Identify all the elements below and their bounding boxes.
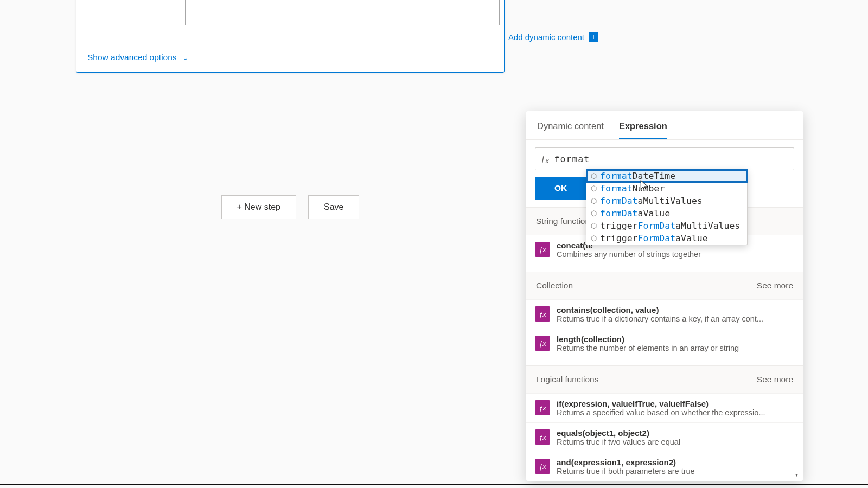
func-and-sig: and(expression1, expression2) <box>557 458 695 467</box>
fx-badge-icon: ƒx <box>535 336 550 351</box>
tab-dynamic-content[interactable]: Dynamic content <box>537 121 604 139</box>
message-body-input[interactable]: Name of the user: Name × Time: <box>185 0 500 25</box>
func-equals[interactable]: ƒx equals(object1, object2) Returns true… <box>526 422 803 452</box>
section-collection-title: Collection <box>536 281 573 291</box>
autocomplete-item[interactable]: ⬡formatNumber <box>586 182 747 195</box>
func-and-desc: Returns true if both parameters are true <box>557 467 695 476</box>
cube-icon: ⬡ <box>591 172 597 180</box>
section-logical-title: Logical functions <box>536 375 598 384</box>
expression-input-row[interactable]: ƒx format <box>535 147 794 170</box>
func-contains[interactable]: ƒx contains(collection, value) Returns t… <box>526 299 803 329</box>
step-bar: + New step Save <box>76 195 505 219</box>
section-logical: Logical functions See more ƒx if(express… <box>526 365 803 481</box>
tab-expression[interactable]: Expression <box>619 121 667 139</box>
func-and[interactable]: ƒx and(expression1, expression2) Returns… <box>526 452 803 481</box>
fx-icon: ƒx <box>541 153 549 165</box>
add-dynamic-content[interactable]: Add dynamic content + <box>185 32 598 42</box>
panel-tabs: Dynamic content Expression <box>526 111 803 140</box>
add-dynamic-label: Add dynamic content <box>508 33 584 42</box>
bottom-divider <box>0 484 868 485</box>
chevron-down-icon: ⌄ <box>182 53 189 62</box>
autocomplete-item[interactable]: ⬡formatDateTime <box>586 170 747 182</box>
cube-icon: ⬡ <box>591 222 597 230</box>
func-if-sig: if(expression, valueIfTrue, valueIfFalse… <box>557 399 765 408</box>
autocomplete-item[interactable]: ⬡triggerFormDataMultiValues <box>586 220 747 232</box>
fx-badge-icon: ƒx <box>535 429 550 445</box>
fx-badge-icon: ƒx <box>535 459 550 474</box>
fx-badge-icon: ƒx <box>535 400 550 415</box>
ok-button[interactable]: OK <box>535 177 586 200</box>
expression-panel: Dynamic content Expression ƒx format OK … <box>526 111 803 481</box>
show-advanced-options[interactable]: Show advanced options ⌄ <box>87 53 493 62</box>
show-advanced-label: Show advanced options <box>87 53 177 62</box>
expression-input[interactable]: format <box>554 154 783 164</box>
fx-badge-icon: ƒx <box>535 306 550 322</box>
cube-icon: ⬡ <box>591 209 597 217</box>
func-contains-desc: Returns true if a dictionary contains a … <box>557 314 763 323</box>
new-step-button[interactable]: + New step <box>221 195 296 219</box>
section-string-title: String functions <box>536 216 594 226</box>
section-collection-more[interactable]: See more <box>757 281 793 291</box>
text-caret <box>788 153 789 164</box>
scroll-down-icon[interactable]: ▾ <box>792 470 801 479</box>
fx-badge-icon: ƒx <box>535 242 550 257</box>
autocomplete-item[interactable]: ⬡formDataMultiValues <box>586 195 747 207</box>
func-length-desc: Returns the number of elements in an arr… <box>557 344 739 352</box>
cube-icon: ⬡ <box>591 184 597 192</box>
func-equals-desc: Returns true if two values are equal <box>557 438 680 446</box>
func-if-desc: Returns a specified value based on wheth… <box>557 408 765 417</box>
func-if[interactable]: ƒx if(expression, valueIfTrue, valueIfFa… <box>526 393 803 422</box>
func-equals-sig: equals(object1, object2) <box>557 428 680 438</box>
section-collection: Collection See more ƒx contains(collecti… <box>526 272 803 358</box>
func-length[interactable]: ƒx length(collection) Returns the number… <box>526 329 803 358</box>
plus-icon: + <box>589 32 598 42</box>
action-card: Name of the user: Name × Time: Add dynam… <box>76 0 505 73</box>
save-button[interactable]: Save <box>308 195 359 219</box>
func-concat-desc: Combines any number of strings together <box>557 250 701 259</box>
cube-icon: ⬡ <box>591 234 597 242</box>
func-length-sig: length(collection) <box>557 335 739 344</box>
autocomplete-item[interactable]: ⬡triggerFormDataValue <box>586 232 747 245</box>
func-contains-sig: contains(collection, value) <box>557 305 763 314</box>
autocomplete-dropdown[interactable]: ⬡formatDateTime⬡formatNumber⬡formDataMul… <box>586 169 748 245</box>
autocomplete-item[interactable]: ⬡formDataValue <box>586 207 747 220</box>
section-logical-more[interactable]: See more <box>757 375 793 384</box>
cube-icon: ⬡ <box>591 197 597 205</box>
